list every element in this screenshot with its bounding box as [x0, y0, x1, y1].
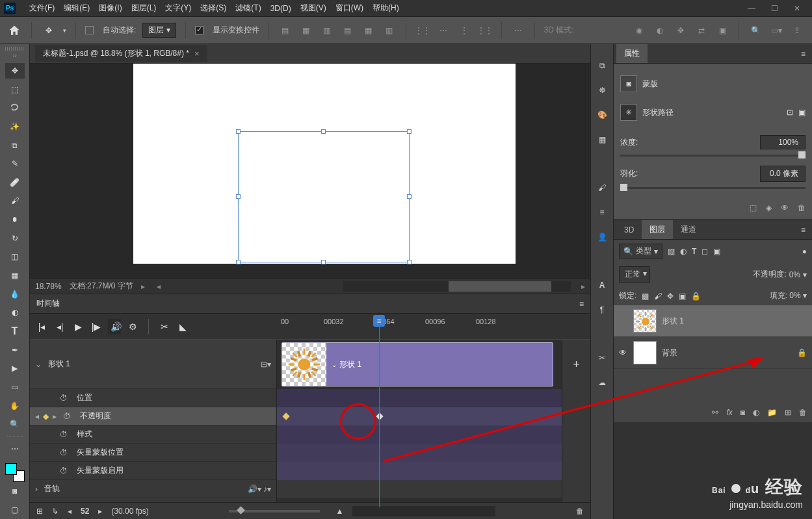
- edit-toolbar[interactable]: ⋯: [5, 441, 25, 457]
- gradient-tool[interactable]: ▦: [5, 268, 25, 284]
- lock-position-icon[interactable]: ✥: [667, 292, 674, 301]
- timeline-prop-opacity[interactable]: ◂◆▸ ⏱ 不透明度: [30, 407, 276, 425]
- dodge-tool[interactable]: ◐: [5, 305, 25, 321]
- distribute-h-icon[interactable]: ⋯: [436, 23, 451, 38]
- align-bottom-icon[interactable]: ▥: [382, 23, 397, 38]
- color-panel-icon[interactable]: 🎨: [595, 108, 609, 122]
- timeline-add-track-button[interactable]: +: [562, 340, 590, 502]
- menu-layer[interactable]: 图层(L): [127, 3, 161, 14]
- layer-mask-icon[interactable]: ◙: [740, 408, 745, 417]
- clip-options-icon[interactable]: ⊟▾: [261, 360, 271, 369]
- opacity-dropdown-icon[interactable]: ▾: [803, 270, 807, 279]
- lock-paint-icon[interactable]: 🖌: [654, 292, 662, 301]
- screen-mode-tool[interactable]: ▢: [5, 501, 25, 518]
- 3d-roll-icon[interactable]: ◐: [653, 23, 667, 38]
- eraser-tool[interactable]: ◫: [5, 249, 25, 265]
- blend-mode-dropdown[interactable]: 正常 ▾: [619, 266, 650, 283]
- link-layers-icon[interactable]: ⚯: [712, 408, 718, 417]
- timeline-zoom-slider[interactable]: [229, 510, 320, 513]
- layer-fx-icon[interactable]: fx: [726, 408, 732, 417]
- auto-select-target-dropdown[interactable]: 图层 ▾: [142, 23, 176, 38]
- shape-tool[interactable]: ▭: [5, 379, 25, 396]
- lock-artboard-icon[interactable]: ▣: [679, 292, 686, 301]
- keyframe-icon[interactable]: [376, 412, 383, 420]
- invert-mask-icon[interactable]: ◈: [766, 203, 772, 212]
- 3d-slide-icon[interactable]: ⇄: [694, 23, 709, 38]
- doc-info[interactable]: 文档:27.7M/0 字节: [70, 281, 133, 292]
- marquee-tool[interactable]: ⬚: [5, 81, 25, 97]
- panel-menu-icon[interactable]: ≡: [801, 225, 809, 234]
- menu-image[interactable]: 图像(I): [94, 3, 126, 14]
- align-right-icon[interactable]: ▥: [320, 23, 334, 38]
- prev-icon[interactable]: ◂: [68, 507, 72, 516]
- menu-window[interactable]: 窗口(W): [331, 3, 368, 14]
- hand-tool[interactable]: ✋: [5, 398, 25, 414]
- current-frame[interactable]: 52: [81, 507, 89, 516]
- layer-filter-dropdown[interactable]: 🔍 类型 ▾: [619, 244, 662, 259]
- add-mask-icon[interactable]: ⊡: [787, 108, 793, 117]
- canvas-hscroll[interactable]: [343, 281, 571, 292]
- close-tab-icon[interactable]: ×: [194, 49, 200, 58]
- history-panel-icon[interactable]: ⧉: [595, 58, 609, 73]
- panel-menu-icon[interactable]: ≡: [801, 49, 809, 58]
- menu-3d[interactable]: 3D(D): [266, 4, 296, 13]
- pen-tool[interactable]: ✒: [5, 342, 25, 358]
- path-selection-tool[interactable]: ▶: [5, 361, 25, 377]
- channels-tab[interactable]: 通道: [673, 220, 704, 239]
- timeline-prop-position[interactable]: ◂ ◆ ▸⏱ 位置: [30, 389, 276, 407]
- mask-from-selection-icon[interactable]: ⬚: [750, 203, 757, 212]
- delete-mask-icon[interactable]: 🗑: [798, 203, 805, 212]
- stopwatch-icon[interactable]: ⏱: [60, 448, 68, 457]
- layer-row[interactable]: 👁 形状 1: [614, 305, 812, 337]
- align-left-icon[interactable]: ▤: [278, 23, 293, 38]
- quick-mask-tool[interactable]: ◙: [5, 483, 25, 500]
- filter-shape-icon[interactable]: ◻: [701, 247, 708, 256]
- timeline-prop-style[interactable]: ◂ ◆ ▸⏱ 样式: [30, 425, 276, 444]
- audio-toggle-button[interactable]: 🔊: [108, 319, 121, 335]
- adjustment-layer-icon[interactable]: ◐: [753, 408, 759, 417]
- eyedropper-tool[interactable]: ✎: [5, 156, 25, 172]
- next-icon[interactable]: ▸: [98, 507, 102, 516]
- align-center-h-icon[interactable]: ▦: [299, 23, 313, 38]
- character-panel-icon[interactable]: 👤: [595, 230, 609, 244]
- menu-filter[interactable]: 滤镜(T): [231, 3, 265, 14]
- opacity-value[interactable]: 0%: [789, 270, 800, 279]
- share-icon[interactable]: ⇪: [790, 23, 804, 38]
- play-button[interactable]: ▶: [72, 322, 85, 332]
- stopwatch-icon[interactable]: ⏱: [63, 412, 71, 421]
- brush-tool[interactable]: 🖌: [5, 193, 25, 209]
- window-minimize-icon[interactable]: —: [748, 4, 755, 13]
- blur-tool[interactable]: 💧: [5, 286, 25, 302]
- timeline-prop-vmask-pos[interactable]: ◂ ◆ ▸⏱ 矢量蒙版位置: [30, 444, 276, 462]
- navigator-panel-icon[interactable]: ☸: [595, 83, 609, 97]
- color-swatches[interactable]: [5, 463, 25, 481]
- toolbox-expand-icon[interactable]: ››: [12, 52, 17, 59]
- subtract-mask-icon[interactable]: ▣: [798, 108, 805, 117]
- character-styles-icon[interactable]: A: [595, 278, 609, 292]
- layer-name[interactable]: 背景: [662, 348, 677, 359]
- auto-select-checkbox[interactable]: [85, 26, 94, 34]
- filter-smart-icon[interactable]: ▣: [713, 247, 720, 256]
- render-video-icon[interactable]: ↳: [52, 507, 59, 516]
- search-icon[interactable]: 🔍: [748, 23, 763, 38]
- mask-mode-icon[interactable]: ◙: [620, 75, 637, 92]
- distribute-icon-2[interactable]: ⋮⋮: [478, 23, 492, 38]
- next-frame-button[interactable]: |▶: [90, 322, 103, 332]
- home-button[interactable]: [8, 24, 22, 37]
- 3d-tab[interactable]: 3D: [616, 222, 642, 238]
- layer-group-icon[interactable]: 📁: [767, 408, 777, 417]
- clone-stamp-tool[interactable]: ⧯: [5, 212, 25, 228]
- add-keyframe-icon[interactable]: ◆: [43, 412, 49, 421]
- move-tool[interactable]: ✥: [5, 63, 25, 79]
- menu-file[interactable]: 文件(F): [25, 3, 59, 14]
- layer-thumbnail[interactable]: [633, 309, 657, 333]
- mask-visibility-icon[interactable]: 👁: [781, 203, 789, 212]
- menu-select[interactable]: 选择(S): [196, 3, 231, 14]
- timeline-settings-button[interactable]: ⚙: [126, 322, 139, 332]
- filter-type-icon[interactable]: T: [692, 247, 696, 256]
- layer-name[interactable]: 形状 1: [662, 316, 684, 327]
- timeline-prop-vmask-enable[interactable]: ◂ ◆ ▸⏱ 矢量蒙版启用: [30, 462, 276, 480]
- timeline-trash-icon[interactable]: 🗑: [576, 507, 584, 516]
- type-tool[interactable]: T: [5, 323, 25, 340]
- layer-thumbnail[interactable]: [633, 341, 657, 364]
